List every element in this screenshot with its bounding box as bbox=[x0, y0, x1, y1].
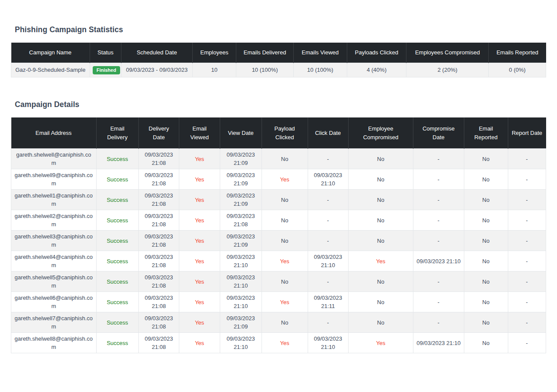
col-email-delivery: Email Delivery bbox=[96, 117, 138, 149]
cell-view-date: 09/03/2023 21:10 bbox=[220, 271, 262, 292]
cell-report-date: - bbox=[508, 292, 546, 312]
cell-reported: No bbox=[464, 312, 508, 333]
cell-delivery-date: 09/03/2023 21:08 bbox=[138, 251, 179, 271]
cell-emails-reported: 0 (0%) bbox=[489, 63, 546, 77]
cell-employees-compromised: 2 (20%) bbox=[406, 63, 489, 77]
cell-reported: No bbox=[464, 251, 508, 271]
cell-view-date: 09/03/2023 21:09 bbox=[220, 231, 262, 251]
cell-compromised: No bbox=[348, 169, 413, 190]
stats-title: Phishing Campaign Statistics bbox=[15, 25, 546, 34]
cell-viewed: Yes bbox=[179, 169, 220, 190]
cell-email: gareth.shelwell5@caniphish.com bbox=[11, 271, 97, 292]
details-table-body: gareth.shelwell@caniphish.comSuccess09/0… bbox=[11, 149, 546, 353]
stats-section: Phishing Campaign Statistics Campaign Na… bbox=[11, 25, 546, 77]
cell-viewed: Yes bbox=[179, 190, 220, 210]
cell-email: gareth.shelwell9@caniphish.com bbox=[11, 169, 97, 190]
cell-employees: 10 bbox=[192, 63, 236, 77]
cell-click-date: - bbox=[308, 190, 348, 210]
cell-click-date: 09/03/2023 21:10 bbox=[308, 169, 348, 190]
cell-report-date: - bbox=[508, 312, 546, 333]
cell-report-date: - bbox=[508, 271, 546, 292]
col-view-date: View Date bbox=[220, 117, 262, 149]
cell-viewed: Yes bbox=[179, 333, 220, 353]
cell-view-date: 09/03/2023 21:09 bbox=[220, 149, 262, 169]
cell-compromised: No bbox=[348, 312, 413, 333]
cell-compromise-date: - bbox=[413, 312, 464, 333]
cell-emails-viewed: 10 (100%) bbox=[293, 63, 347, 77]
cell-click-date: 09/03/2023 21:10 bbox=[308, 251, 348, 271]
cell-delivery: Success bbox=[96, 231, 138, 251]
cell-compromised: No bbox=[348, 292, 413, 312]
details-title: Campaign Details bbox=[15, 100, 546, 109]
cell-delivery: Success bbox=[96, 190, 138, 210]
table-row: gareth.shelwell9@caniphish.comSuccess09/… bbox=[11, 169, 546, 190]
col-payloads-clicked: Payloads Clicked bbox=[347, 43, 406, 63]
cell-delivery: Success bbox=[96, 333, 138, 353]
cell-click-date: - bbox=[308, 210, 348, 231]
cell-viewed: Yes bbox=[179, 312, 220, 333]
col-status: Status bbox=[90, 43, 121, 63]
cell-click-date: - bbox=[308, 231, 348, 251]
cell-email: gareth.shelwell7@caniphish.com bbox=[11, 312, 97, 333]
cell-delivery-date: 09/03/2023 21:08 bbox=[138, 231, 179, 251]
cell-reported: No bbox=[464, 333, 508, 353]
col-email-reported: Email Reported bbox=[464, 117, 508, 149]
cell-compromise-date: - bbox=[413, 190, 464, 210]
cell-compromised: No bbox=[348, 210, 413, 231]
cell-clicked: No bbox=[262, 149, 308, 169]
cell-viewed: Yes bbox=[179, 271, 220, 292]
cell-click-date: - bbox=[308, 312, 348, 333]
cell-compromise-date: 09/03/2023 21:10 bbox=[413, 333, 464, 353]
cell-viewed: Yes bbox=[179, 210, 220, 231]
col-compromise-date: Compromise Date bbox=[413, 117, 464, 149]
cell-delivery-date: 09/03/2023 21:08 bbox=[138, 210, 179, 231]
cell-reported: No bbox=[464, 292, 508, 312]
col-employees: Employees bbox=[192, 43, 236, 63]
col-email-viewed: Email Viewed bbox=[179, 117, 220, 149]
cell-viewed: Yes bbox=[179, 292, 220, 312]
cell-compromised: No bbox=[348, 149, 413, 169]
cell-compromised: Yes bbox=[348, 333, 413, 353]
cell-clicked: Yes bbox=[262, 292, 308, 312]
col-employees-compromised: Employees Compromised bbox=[406, 43, 489, 63]
table-row: gareth.shelwell4@caniphish.comSuccess09/… bbox=[11, 251, 546, 271]
cell-compromise-date: 09/03/2023 21:10 bbox=[413, 251, 464, 271]
table-row: gareth.shelwell8@caniphish.comSuccess09/… bbox=[11, 333, 546, 353]
cell-reported: No bbox=[464, 210, 508, 231]
col-campaign-name: Campaign Name bbox=[11, 43, 90, 63]
col-emails-reported: Emails Reported bbox=[489, 43, 546, 63]
cell-compromise-date: - bbox=[413, 149, 464, 169]
cell-emails-delivered: 10 (100%) bbox=[236, 63, 294, 77]
cell-view-date: 09/03/2023 21:10 bbox=[220, 333, 262, 353]
cell-compromised: No bbox=[348, 190, 413, 210]
cell-clicked: Yes bbox=[262, 169, 308, 190]
cell-report-date: - bbox=[508, 333, 546, 353]
cell-viewed: Yes bbox=[179, 231, 220, 251]
cell-viewed: Yes bbox=[179, 149, 220, 169]
cell-compromise-date: - bbox=[413, 231, 464, 251]
cell-delivery: Success bbox=[96, 210, 138, 231]
cell-delivery-date: 09/03/2023 21:08 bbox=[138, 312, 179, 333]
table-row: gareth.shelwell7@caniphish.comSuccess09/… bbox=[11, 312, 546, 333]
col-employee-compromised: Employee Compromised bbox=[348, 117, 413, 149]
table-row: gareth.shelwell@caniphish.comSuccess09/0… bbox=[11, 149, 546, 169]
table-row: gareth.shelwell3@caniphish.comSuccess09/… bbox=[11, 231, 546, 251]
cell-click-date: 09/03/2023 21:11 bbox=[308, 292, 348, 312]
cell-reported: No bbox=[464, 169, 508, 190]
cell-report-date: - bbox=[508, 149, 546, 169]
cell-click-date: - bbox=[308, 271, 348, 292]
table-row: gareth.shelwell6@caniphish.comSuccess09/… bbox=[11, 292, 546, 312]
col-payload-clicked: Payload Clicked bbox=[262, 117, 308, 149]
cell-clicked: No bbox=[262, 312, 308, 333]
cell-clicked: No bbox=[262, 271, 308, 292]
cell-click-date: - bbox=[308, 149, 348, 169]
cell-view-date: 09/03/2023 21:10 bbox=[220, 292, 262, 312]
stats-table-header: Campaign Name Status Scheduled Date Empl… bbox=[11, 43, 546, 63]
cell-email: gareth.shelwell6@caniphish.com bbox=[11, 292, 97, 312]
cell-delivery: Success bbox=[96, 292, 138, 312]
cell-delivery-date: 09/03/2023 21:08 bbox=[138, 149, 179, 169]
cell-delivery: Success bbox=[96, 271, 138, 292]
cell-delivery-date: 09/03/2023 21:08 bbox=[138, 271, 179, 292]
col-email-address: Email Address bbox=[11, 117, 97, 149]
col-report-date: Report Date bbox=[508, 117, 546, 149]
